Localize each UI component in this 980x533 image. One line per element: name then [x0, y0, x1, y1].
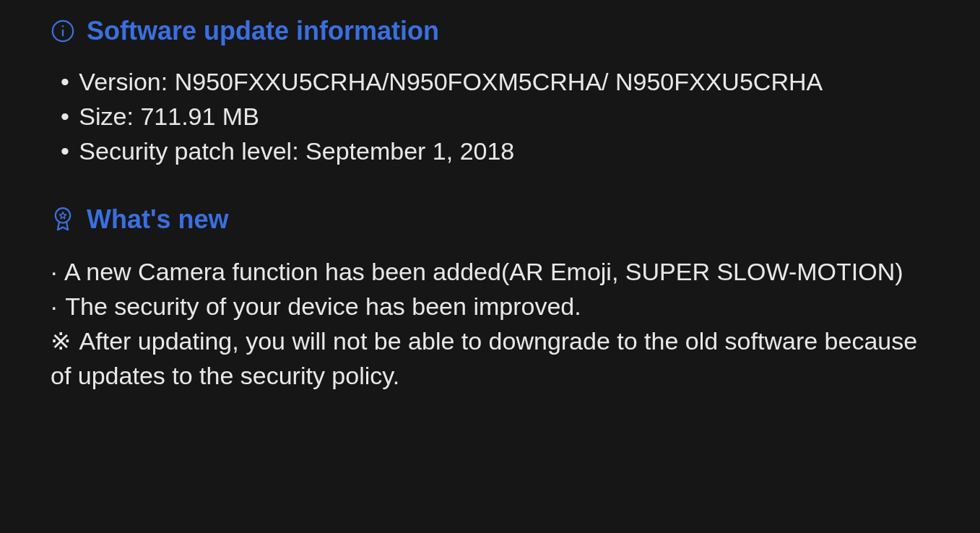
version-label: Version:	[79, 68, 168, 95]
svg-point-3	[56, 208, 70, 222]
size-label: Size:	[79, 103, 134, 130]
whats-new-item: · The security of your device has been i…	[51, 289, 929, 324]
bullet-icon: ·	[51, 292, 58, 320]
update-info-list: • Version: N950FXXU5CRHA/N950FOXM5CRHA/ …	[51, 65, 929, 168]
security-patch-label: Security patch level:	[79, 137, 298, 165]
version-row: • Version: N950FXXU5CRHA/N950FOXM5CRHA/ …	[61, 65, 929, 100]
bullet-icon: •	[61, 137, 72, 165]
software-update-info-heading: Software update information	[87, 13, 439, 49]
whats-new-item-text: The security of your device has been imp…	[65, 292, 581, 320]
svg-point-2	[62, 25, 64, 27]
award-ribbon-icon	[51, 206, 75, 233]
software-update-info-header: Software update information	[51, 13, 929, 49]
security-patch-row: • Security patch level: September 1, 201…	[61, 134, 929, 169]
security-patch-value: September 1, 2018	[305, 137, 514, 165]
version-value: N950FXXU5CRHA/N950FOXM5CRHA/ N950FXXU5CR…	[175, 68, 823, 95]
whats-new-heading: What's new	[87, 202, 229, 238]
whats-new-list: · A new Camera function has been added(A…	[51, 254, 929, 394]
whats-new-note-text: After updating, you will not be able to …	[51, 327, 917, 389]
bullet-icon: •	[61, 68, 72, 95]
bullet-icon: ·	[51, 258, 58, 285]
whats-new-item-text: A new Camera function has been added(AR …	[64, 258, 903, 285]
size-value: 711.91 MB	[140, 103, 259, 130]
reference-mark-icon: ※	[51, 327, 74, 355]
whats-new-header: What's new	[51, 202, 929, 238]
whats-new-note: ※ After updating, you will not be able t…	[51, 324, 929, 394]
info-circle-icon	[51, 19, 75, 43]
size-row: • Size: 711.91 MB	[61, 100, 929, 134]
bullet-icon: •	[61, 103, 72, 130]
whats-new-item: · A new Camera function has been added(A…	[51, 254, 929, 289]
